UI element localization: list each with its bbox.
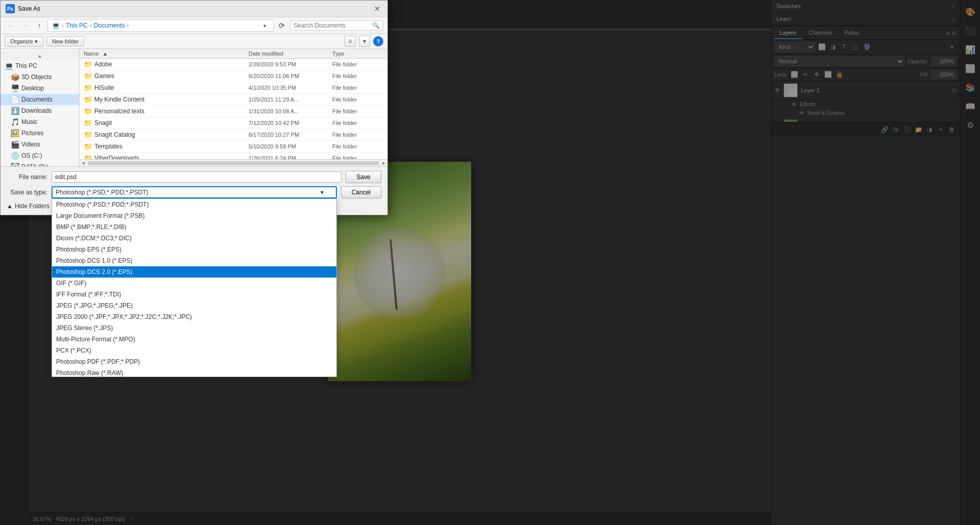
file-name-personalized: Personalized texts bbox=[94, 108, 247, 115]
format-iff[interactable]: IFF Format (*.IFF;*.TDI) bbox=[52, 289, 336, 300]
organize-dropdown-icon: ▾ bbox=[35, 38, 38, 44]
file-name-adobe: Adobe bbox=[94, 61, 247, 68]
file-row-hisuite[interactable]: 📁 HiSuite 4/1/2020 10:35 PM File folder bbox=[80, 82, 387, 94]
tree-item-music[interactable]: 🎵 Music bbox=[1, 116, 79, 128]
new-folder-label: New folder bbox=[52, 38, 79, 44]
path-item-documents[interactable]: Documents bbox=[94, 22, 125, 29]
dialog-close-button[interactable]: ✕ bbox=[372, 4, 382, 14]
hscroll-right-arrow[interactable]: ► bbox=[381, 160, 386, 166]
hide-folders-button[interactable]: ▲ Hide Folders bbox=[7, 203, 50, 210]
format-dicom[interactable]: Dicom (*.DCM;*.DC3;*.DIC) bbox=[52, 233, 336, 244]
cancel-button[interactable]: Cancel bbox=[341, 186, 381, 198]
dialog-overlay: Ps Save As ✕ ← → ↑ 💻 › This PC › Documen… bbox=[0, 0, 980, 525]
nav-back-button[interactable]: ← bbox=[5, 19, 17, 32]
view-options-button[interactable]: ≡ bbox=[345, 36, 356, 47]
save-button[interactable]: Save bbox=[346, 171, 381, 183]
format-pdf[interactable]: Photoshop PDF (*.PDF;*.PDP) bbox=[52, 356, 336, 367]
tree-item-downloads[interactable]: ⬇️ Downloads bbox=[1, 105, 79, 116]
format-psb[interactable]: Large Document Format (*.PSB) bbox=[52, 210, 336, 221]
file-row-snagit[interactable]: 📁 Snagit 7/12/2020 10:42 PM File folder bbox=[80, 117, 387, 129]
downloads-icon: ⬇️ bbox=[11, 107, 19, 115]
format-dcs2[interactable]: Photoshop DCS 2.0 (*.EPS) bbox=[52, 266, 336, 278]
format-pcx[interactable]: PCX (*.PCX) bbox=[52, 345, 336, 356]
new-folder-button[interactable]: New folder bbox=[46, 36, 85, 46]
filename-input[interactable] bbox=[52, 171, 341, 183]
file-date-games: 6/20/2020 11:06 PM bbox=[249, 73, 330, 79]
format-mpo[interactable]: Multi-Picture Format (*.MPO) bbox=[52, 334, 336, 345]
file-row-games[interactable]: 📁 Games 6/20/2020 11:06 PM File folder bbox=[80, 70, 387, 82]
search-input[interactable] bbox=[293, 22, 370, 29]
file-date-templates: 5/10/2020 9:59 PM bbox=[249, 143, 330, 149]
file-list-header: Name ▲ Date modified Type bbox=[80, 49, 387, 59]
folder-icon-snagit-catalog: 📁 bbox=[84, 131, 92, 139]
file-type-snagit-catalog: File folder bbox=[332, 132, 383, 138]
tree-item-thispc[interactable]: 💻 This PC bbox=[1, 60, 79, 71]
format-raw[interactable]: Photoshop Raw (*.RAW) bbox=[52, 367, 336, 377]
hscroll-left-arrow[interactable]: ◄ bbox=[81, 160, 86, 166]
format-psd[interactable]: Photoshop (*.PSD;*.PDD;*.PSDT) bbox=[52, 199, 336, 210]
file-row-kindle[interactable]: 📁 My Kindle Content 1/25/2021 11:29 A...… bbox=[80, 94, 387, 106]
file-row-snagit-catalog[interactable]: 📁 SnagIt Catalog 8/17/2020 10:27 PM File… bbox=[80, 129, 387, 141]
col-header-date[interactable]: Date modified bbox=[249, 51, 330, 57]
tree-item-osc[interactable]: 💿 OS (C:) bbox=[1, 150, 79, 161]
music-icon: 🎵 bbox=[11, 118, 19, 126]
thispc-label: This PC bbox=[15, 62, 37, 69]
file-name-templates: Templates bbox=[94, 143, 247, 150]
format-gif[interactable]: GIF (*.GIF) bbox=[52, 278, 336, 289]
format-jpeg[interactable]: JPEG (*.JPG;*.JPEG;*.JPE) bbox=[52, 300, 336, 311]
saveas-select-wrapper: Photoshop (*.PSD;*.PDD;*.PSDT) ▾ Photosh… bbox=[52, 186, 337, 198]
tree-item-videos[interactable]: 🎬 Videos bbox=[1, 139, 79, 150]
file-name-snagit: Snagit bbox=[94, 119, 247, 127]
tree-item-desktop[interactable]: 🖥️ Desktop bbox=[1, 83, 79, 94]
dialog-titlebar: Ps Save As ✕ bbox=[1, 1, 387, 17]
dialog-toolbar: Organize ▾ New folder ≡ ▾ ? bbox=[1, 34, 387, 49]
file-row-viber[interactable]: 📁 ViberDownloads 1/26/2021 6:24 PM File … bbox=[80, 153, 387, 159]
col-header-name[interactable]: Name ▲ bbox=[84, 51, 247, 57]
hide-folders-label: Hide Folders bbox=[15, 203, 50, 210]
file-list: Name ▲ Date modified Type 📁 Adobe 2/28/2… bbox=[80, 49, 387, 159]
saveas-row: Save as type: Photoshop (*.PSD;*.PDD;*.P… bbox=[7, 186, 381, 198]
videos-icon: 🎬 bbox=[11, 140, 19, 148]
saveas-selected-value: Photoshop (*.PSD;*.PDD;*.PSDT) bbox=[56, 189, 148, 196]
format-jpeg2000[interactable]: JPEG 2000 (*.JPF;*.JPX;*.JP2;*.J2C;*.J2K… bbox=[52, 311, 336, 322]
tree-item-3dobjects[interactable]: 📦 3D Objects bbox=[1, 71, 79, 83]
path-item-thispc[interactable]: This PC bbox=[66, 22, 88, 29]
dialog-ps-icon: Ps bbox=[6, 4, 15, 13]
file-row-adobe[interactable]: 📁 Adobe 2/28/2020 9:53 PM File folder bbox=[80, 59, 387, 70]
help-button[interactable]: ? bbox=[373, 36, 383, 46]
file-date-snagit: 7/12/2020 10:42 PM bbox=[249, 120, 330, 126]
folder-tree: ▲ 💻 This PC 📦 3D Objects 🖥️ Desktop 📄 Do… bbox=[1, 49, 80, 166]
col-header-type[interactable]: Type bbox=[332, 51, 383, 57]
format-bmp[interactable]: BMP (*.BMP;*.RLE;*.DIB) bbox=[52, 221, 336, 233]
folder-icon-viber: 📁 bbox=[84, 154, 92, 159]
dialog-content: ▲ 💻 This PC 📦 3D Objects 🖥️ Desktop 📄 Do… bbox=[1, 49, 387, 166]
file-date-personalized: 1/31/2020 10:08 A... bbox=[249, 108, 330, 114]
saveas-select-display[interactable]: Photoshop (*.PSD;*.PDD;*.PSDT) ▾ bbox=[52, 186, 337, 198]
sort-icon: ▲ bbox=[102, 51, 108, 57]
nav-up-button[interactable]: ↑ bbox=[33, 19, 45, 32]
tree-item-pictures[interactable]: 🖼️ Pictures bbox=[1, 128, 79, 139]
nav-refresh-button[interactable]: ⟳ bbox=[276, 19, 288, 32]
tree-scroll-up-btn[interactable]: ▲ bbox=[36, 52, 43, 59]
file-row-personalized[interactable]: 📁 Personalized texts 1/31/2020 10:08 A..… bbox=[80, 106, 387, 117]
file-date-hisuite: 4/1/2020 10:35 PM bbox=[249, 85, 330, 91]
tree-item-documents[interactable]: 📄 Documents bbox=[1, 94, 79, 105]
organize-button[interactable]: Organize ▾ bbox=[5, 36, 43, 47]
file-type-adobe: File folder bbox=[332, 61, 383, 67]
path-dropdown-button[interactable]: ▾ bbox=[260, 21, 269, 30]
hscroll-thumb[interactable] bbox=[88, 161, 379, 165]
nav-forward-button[interactable]: → bbox=[19, 19, 31, 32]
view-dropdown-button[interactable]: ▾ bbox=[359, 36, 370, 47]
osc-icon: 💿 bbox=[11, 152, 19, 160]
file-name-snagit-catalog: SnagIt Catalog bbox=[94, 131, 247, 138]
format-eps[interactable]: Photoshop EPS (*.EPS) bbox=[52, 244, 336, 255]
format-jps[interactable]: JPEG Stereo (*.JPS) bbox=[52, 322, 336, 334]
save-as-dialog: Ps Save As ✕ ← → ↑ 💻 › This PC › Documen… bbox=[0, 0, 388, 215]
folder-icon-games: 📁 bbox=[84, 72, 92, 80]
file-name-kindle: My Kindle Content bbox=[94, 96, 247, 103]
file-row-templates[interactable]: 📁 Templates 5/10/2020 9:59 PM File folde… bbox=[80, 141, 387, 153]
file-hscroll[interactable]: ◄ ► bbox=[80, 159, 387, 166]
search-icon: 🔍 bbox=[372, 22, 380, 29]
format-dcs1[interactable]: Photoshop DCS 1.0 (*.EPS) bbox=[52, 255, 336, 266]
tree-item-datad[interactable]: 💽 DATA (D:) bbox=[1, 161, 79, 166]
